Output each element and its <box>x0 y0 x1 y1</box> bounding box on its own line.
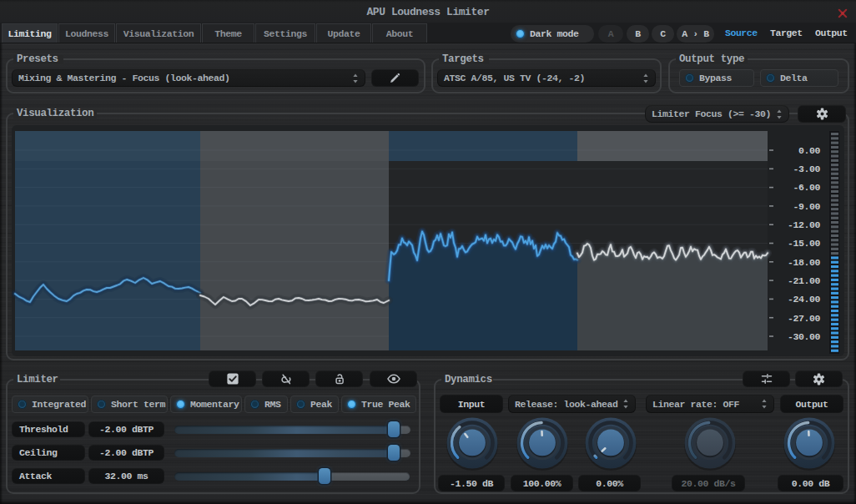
svg-text:-9.00: -9.00 <box>793 201 820 212</box>
svg-text:-27.00: -27.00 <box>788 313 821 324</box>
svg-text:-3.00: -3.00 <box>793 164 820 174</box>
svg-text:-6.00: -6.00 <box>793 182 820 193</box>
svg-text:-15.00: -15.00 <box>788 238 821 249</box>
svg-text:-18.00: -18.00 <box>788 257 821 268</box>
svg-text:-12.00: -12.00 <box>788 219 821 230</box>
svg-text:-24.00: -24.00 <box>788 294 821 305</box>
svg-text:-21.00: -21.00 <box>788 275 821 286</box>
svg-text:0.00: 0.00 <box>798 145 821 156</box>
svg-text:-30.00: -30.00 <box>788 331 821 342</box>
